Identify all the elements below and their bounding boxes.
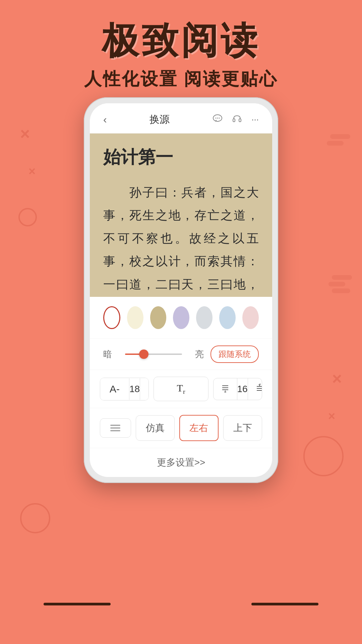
svg-point-2 [217,118,218,119]
deco-dash-1 [44,603,111,605]
scroll-mode-button[interactable] [100,418,131,438]
phone-screen: ‹ 换源 [90,103,272,477]
deco-circle-1 [18,208,37,226]
font-decrease-button[interactable]: A- [100,378,129,400]
light-label: 亮 [189,348,204,360]
color-swatch-white[interactable] [103,306,120,329]
sub-title: 人性化设置 阅读更贴心 [0,67,362,91]
color-swatch-tan[interactable] [150,306,167,329]
font-size-value: 18 [129,378,140,400]
color-swatch-pink[interactable] [242,306,259,329]
deco-x-1: × [20,124,30,144]
more-settings-label: 更多设置>> [157,457,205,468]
color-swatch-lavender[interactable] [173,306,189,329]
line-spacing-value: 16 [237,378,248,400]
up-down-label: 上下 [233,422,252,434]
deco-x-2: × [28,164,36,178]
reading-area: 始计第一 孙子曰：兵者，国之大事，死生之地，存亡之道，不可不察也。故经之以五事，… [90,133,272,297]
mode-row: 仿真 左右 上下 [90,408,272,448]
left-right-button[interactable]: 左右 [179,415,219,441]
brightness-slider[interactable] [125,354,182,355]
title-area: 极致阅读 人性化设置 阅读更贴心 [0,20,362,91]
color-swatch-blue[interactable] [219,306,236,329]
left-right-label: 左右 [189,422,208,434]
follow-system-button[interactable]: 跟随系统 [210,345,259,363]
deco-squiggle-3 [332,288,350,293]
screen-content: ‹ 换源 [90,103,272,477]
dark-label: 暗 [103,348,118,360]
more-settings[interactable]: 更多设置>> [90,448,272,477]
simulated-page-button[interactable]: 仿真 [136,415,175,441]
headphone-icon[interactable] [232,114,242,125]
color-swatch-gray[interactable] [196,306,213,329]
more-icon[interactable]: ··· [251,114,259,125]
phone-mockup: ‹ 换源 [84,97,278,483]
line-spacing-control: 16 [213,378,262,400]
reading-text: 孙子曰：兵者，国之大事，死生之地，存亡之道，不可不察也。故经之以五事，校之以计，… [103,181,259,297]
source-title[interactable]: 换源 [149,113,170,126]
font-increase-button[interactable]: A+ [140,378,149,400]
top-bar-icons: ··· [213,114,259,125]
simulated-page-label: 仿真 [146,422,165,434]
up-down-button[interactable]: 上下 [223,415,262,441]
font-size-control: A- 18 A+ [100,378,149,400]
deco-squiggle-1 [332,275,352,280]
svg-rect-4 [233,119,235,122]
font-row: A- 18 A+ Tr [90,370,272,408]
back-button[interactable]: ‹ [103,113,107,126]
deco-squiggle-4 [330,134,350,139]
color-swatch-cream[interactable] [127,306,143,329]
deco-x-3: × [332,369,342,388]
top-bar: ‹ 换源 [90,103,272,133]
chapter-title: 始计第一 [103,146,259,169]
font-type-control[interactable]: Tr [154,377,208,401]
brightness-row: 暗 亮 跟随系统 [90,339,272,370]
deco-squiggle-5 [327,141,344,146]
deco-dash-2 [251,603,318,605]
svg-rect-5 [239,119,241,122]
line-increase-icon[interactable] [248,379,262,399]
svg-point-3 [219,118,220,119]
deco-circle-2 [20,503,50,533]
settings-panel: 暗 亮 跟随系统 A- 18 A+ [90,297,272,477]
slider-thumb[interactable] [139,350,148,359]
deco-circle-3 [303,436,344,476]
line-decrease-icon[interactable] [214,379,237,399]
color-swatches [90,297,272,339]
deco-x-4: × [328,409,335,423]
main-title: 极致阅读 [0,20,362,61]
font-type-icon: Tr [177,382,185,395]
phone-outer: ‹ 换源 [84,97,278,483]
chat-icon[interactable] [213,114,223,125]
deco-squiggle-2 [328,282,345,286]
svg-point-1 [216,118,217,119]
